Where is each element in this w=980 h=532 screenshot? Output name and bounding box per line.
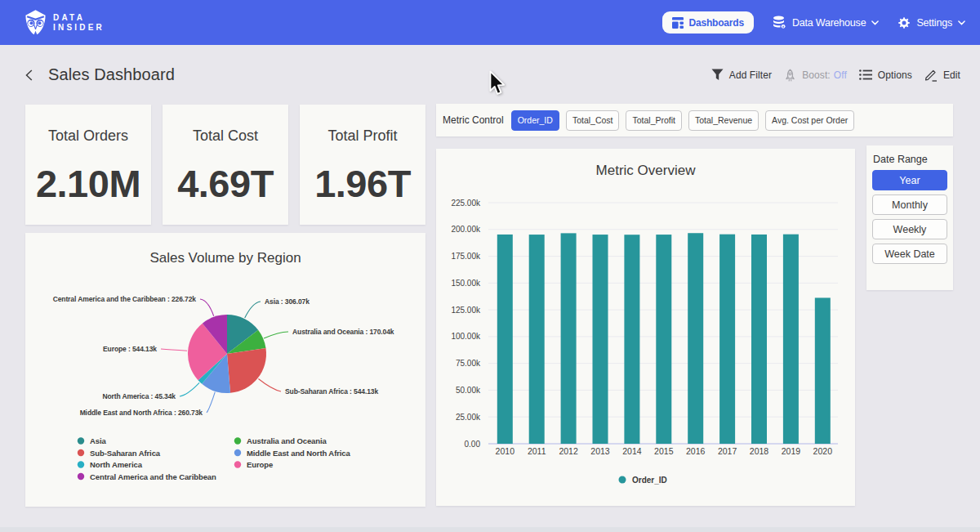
pie-slice-sub-saharan-africa[interactable] bbox=[227, 348, 266, 393]
pie-slice-label: Australia and Oceania : 170.04k bbox=[292, 328, 394, 336]
bar-2016[interactable] bbox=[688, 233, 703, 444]
dashboard-grid-icon bbox=[672, 17, 684, 29]
brand-line2: INSIDER bbox=[53, 24, 105, 32]
nav-menu: Dashboards Data Warehouse bbox=[662, 11, 965, 34]
date-chip-weekly[interactable]: Weekly bbox=[872, 219, 947, 239]
app: DATA INSIDER Dashboards bbox=[0, 0, 980, 532]
legend-label: Europe bbox=[247, 460, 273, 469]
legend-label: North America bbox=[90, 460, 143, 469]
x-tick-label: 2017 bbox=[718, 446, 737, 456]
chevron-left-icon bbox=[25, 69, 33, 81]
metric-control-label: Metric Control bbox=[443, 114, 504, 126]
x-tick-label: 2016 bbox=[686, 446, 706, 456]
pie-slice-label: Europe : 544.13k bbox=[103, 345, 157, 353]
x-tick-label: 2020 bbox=[813, 446, 833, 456]
legend-label: Australia and Oceania bbox=[247, 436, 327, 445]
y-tick-label: 150.00k bbox=[451, 279, 481, 288]
bar-2011[interactable] bbox=[529, 235, 545, 444]
y-tick-label: 225.00k bbox=[451, 199, 481, 208]
metric-chip-avg-cost-per-order[interactable]: Avg. Cost per Order bbox=[765, 110, 854, 131]
metric-control-bar: Metric Control Order_IDTotal_CostTotal_P… bbox=[436, 104, 953, 136]
nav-settings[interactable]: Settings bbox=[898, 16, 965, 29]
legend-dot bbox=[234, 449, 241, 456]
nav-data-warehouse[interactable]: Data Warehouse bbox=[773, 16, 880, 29]
x-tick-label: 2010 bbox=[496, 446, 515, 456]
bar-chart[interactable]: 0.0025.00k50.00k75.00k100.00k125.00k150.… bbox=[436, 149, 855, 506]
y-tick-label: 200.00k bbox=[451, 225, 481, 234]
date-range-label: Date Range bbox=[873, 154, 947, 165]
back-button[interactable] bbox=[25, 69, 37, 81]
date-chip-monthly[interactable]: Monthly bbox=[872, 194, 947, 215]
list-icon bbox=[859, 69, 872, 80]
add-filter-label: Add Filter bbox=[729, 69, 772, 81]
brand-line1: DATA bbox=[53, 14, 105, 22]
x-tick-label: 2019 bbox=[782, 446, 801, 456]
bar-2010[interactable] bbox=[497, 235, 513, 444]
nav-settings-label: Settings bbox=[916, 17, 952, 29]
nav-dashboards-button[interactable]: Dashboards bbox=[662, 11, 754, 34]
y-tick-label: 0.00 bbox=[465, 440, 481, 449]
pencil-icon bbox=[924, 69, 938, 82]
edit-button[interactable]: Edit bbox=[924, 69, 960, 82]
pie-leader-line bbox=[161, 349, 187, 351]
bar-2019[interactable] bbox=[783, 235, 799, 444]
bar-legend-dot bbox=[619, 476, 626, 484]
legend-dot bbox=[78, 473, 84, 480]
bar-2018[interactable] bbox=[751, 235, 767, 444]
brand-logo: DATA INSIDER bbox=[25, 9, 105, 37]
legend-label: Sub-Saharan Africa bbox=[90, 449, 161, 458]
bar-2020[interactable] bbox=[815, 297, 831, 444]
boost-value: Off bbox=[834, 69, 847, 81]
database-icon bbox=[773, 16, 786, 29]
date-chip-year[interactable]: Year bbox=[872, 170, 947, 190]
pie-slice-label: Central America and the Caribbean : 226.… bbox=[53, 295, 197, 303]
owl-logo-icon bbox=[25, 9, 46, 37]
kpi-card-total-profit: Total Profit 1.96T bbox=[300, 105, 425, 225]
metric-chip-total-revenue[interactable]: Total_Revenue bbox=[688, 110, 759, 131]
y-tick-label: 125.00k bbox=[451, 306, 481, 315]
bar-2014[interactable] bbox=[624, 235, 639, 444]
metric-chip-total-profit[interactable]: Total_Profit bbox=[626, 110, 682, 131]
legend-dot bbox=[78, 437, 84, 444]
date-chip-week-date[interactable]: Week Date bbox=[872, 244, 947, 264]
pie-slice-label: Middle East and North Africa : 260.73k bbox=[80, 409, 203, 417]
metric-chip-total-cost[interactable]: Total_Cost bbox=[566, 110, 620, 131]
y-tick-label: 25.00k bbox=[456, 413, 481, 422]
x-tick-label: 2013 bbox=[590, 446, 610, 456]
options-button[interactable]: Options bbox=[859, 69, 912, 81]
pie-chart[interactable]: Asia : 306.07kAustralia and Oceania : 17… bbox=[25, 233, 425, 507]
legend-label: Middle East and North Africa bbox=[247, 449, 351, 458]
metric-chip-order-id[interactable]: Order_ID bbox=[511, 110, 559, 131]
y-tick-label: 50.00k bbox=[456, 386, 481, 395]
date-range-buttons: YearMonthlyWeeklyWeek Date bbox=[872, 170, 947, 264]
title-bar: Sales Dashboard Add Filter Boost: Off bbox=[0, 45, 980, 94]
chevron-down-icon bbox=[958, 20, 965, 25]
page-title: Sales Dashboard bbox=[48, 65, 175, 84]
metric-control-buttons: Order_IDTotal_CostTotal_ProfitTotal_Reve… bbox=[511, 110, 855, 131]
y-tick-label: 100.00k bbox=[451, 332, 481, 341]
bar-2015[interactable] bbox=[656, 235, 671, 444]
kpi-card-total-cost: Total Cost 4.69T bbox=[163, 105, 288, 225]
bar-chart-card: Metric Overview 0.0025.00k50.00k75.00k10… bbox=[436, 149, 855, 506]
bar-2012[interactable] bbox=[561, 233, 577, 444]
gear-icon bbox=[898, 16, 911, 29]
pie-slice-label: North America : 45.34k bbox=[102, 392, 176, 400]
pie-leader-line bbox=[258, 379, 281, 392]
bottom-strip bbox=[0, 527, 980, 532]
kpi-value: 4.69T bbox=[177, 161, 274, 206]
legend-dot bbox=[234, 437, 241, 444]
bar-legend-label: Order_ID bbox=[632, 476, 667, 485]
bar-2017[interactable] bbox=[719, 235, 735, 444]
legend-dot bbox=[78, 461, 84, 467]
pie-leader-line bbox=[180, 382, 199, 396]
add-filter-button[interactable]: Add Filter bbox=[711, 69, 772, 81]
kpi-label: Total Orders bbox=[48, 127, 128, 145]
x-tick-label: 2015 bbox=[654, 446, 674, 456]
bar-2013[interactable] bbox=[593, 235, 608, 444]
x-tick-label: 2014 bbox=[622, 446, 642, 456]
y-tick-label: 175.00k bbox=[451, 252, 481, 261]
nav-data-warehouse-label: Data Warehouse bbox=[792, 17, 866, 29]
filter-funnel-icon bbox=[711, 69, 724, 81]
options-label: Options bbox=[878, 69, 912, 81]
boost-toggle[interactable]: Boost: Off bbox=[784, 69, 847, 82]
